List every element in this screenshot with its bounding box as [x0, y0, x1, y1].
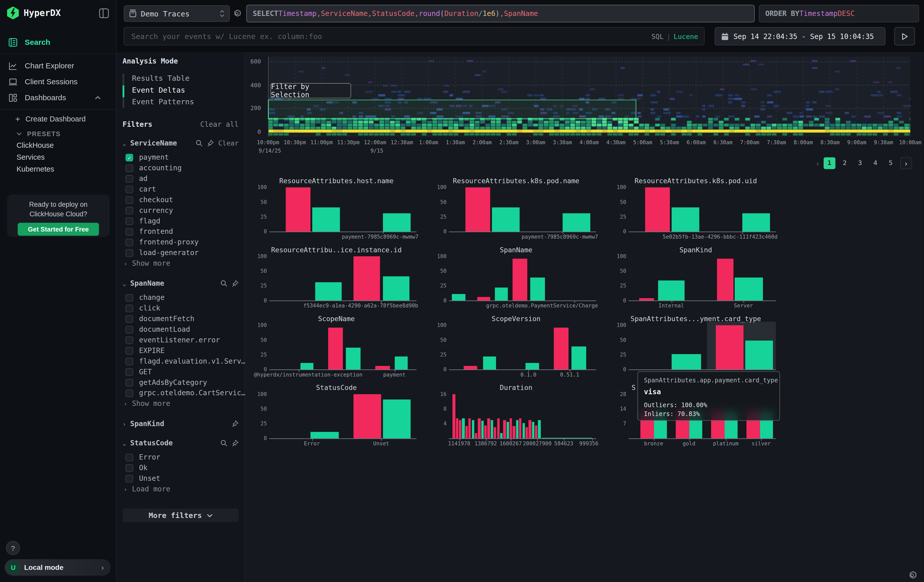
bar[interactable] [456, 419, 458, 439]
bar[interactable] [315, 282, 342, 300]
bar[interactable] [503, 420, 506, 438]
sidebar-item-client-sessions[interactable]: Client Sessions [0, 74, 116, 89]
checkbox-checked[interactable]: ✓ [125, 153, 133, 161]
bar[interactable] [353, 256, 380, 301]
bar[interactable] [383, 276, 409, 300]
user-menu[interactable]: U Local mode › [5, 559, 111, 576]
checkbox[interactable] [125, 357, 133, 365]
bar[interactable] [526, 427, 528, 439]
bar[interactable] [554, 327, 568, 369]
checkbox[interactable] [125, 228, 133, 235]
search-icon[interactable] [196, 140, 203, 147]
pagination-next[interactable]: › [900, 157, 912, 169]
sidebar-item-chart-explorer[interactable]: Chart Explorer [0, 58, 116, 74]
analysis-option-event-patterns[interactable]: Event Patterns [122, 96, 239, 108]
sidebar-item-search[interactable]: Search [0, 34, 116, 50]
bar[interactable] [563, 213, 591, 232]
search-icon[interactable] [220, 440, 228, 447]
bar[interactable] [495, 287, 508, 300]
bar[interactable] [478, 419, 480, 439]
checkbox[interactable] [125, 206, 133, 214]
bar[interactable] [512, 259, 527, 301]
bar[interactable] [658, 280, 685, 301]
filter-option[interactable]: getAdsByCategory [125, 377, 239, 387]
pagination-page-5[interactable]: 5 [885, 157, 897, 169]
clear-all-button[interactable]: Clear all [200, 120, 239, 129]
pin-icon[interactable] [231, 440, 239, 447]
language-toggle[interactable]: SQL|Lucene [652, 32, 698, 41]
search-icon[interactable] [220, 280, 228, 287]
filter-option[interactable]: checkout [125, 195, 239, 205]
filter-option[interactable]: Error [125, 452, 239, 463]
checkbox[interactable] [125, 347, 133, 354]
bar[interactable] [639, 298, 653, 301]
bar[interactable] [494, 427, 497, 439]
filter-option[interactable]: frontend-proxy [125, 237, 239, 247]
show-more-button[interactable]: ›Show more [124, 258, 239, 269]
filter-option[interactable]: change [125, 292, 239, 303]
pin-icon[interactable] [231, 420, 239, 427]
analysis-option-event-deltas[interactable]: Event Deltas [122, 84, 239, 96]
filter-option[interactable]: documentFetch [125, 313, 239, 324]
filter-option[interactable]: ✓payment [125, 152, 239, 163]
bar[interactable] [532, 422, 535, 438]
bar[interactable] [671, 207, 699, 232]
bar[interactable] [462, 419, 465, 439]
sidebar-item-dashboards[interactable]: Dashboards [0, 89, 116, 106]
clear-group-button[interactable]: Clear [218, 139, 239, 148]
filter-option[interactable]: frontend [125, 226, 239, 237]
sql-select-input[interactable]: SELECT Timestamp, ServiceName, StatusCod… [246, 5, 754, 23]
bar[interactable] [383, 213, 411, 232]
bar[interactable] [328, 327, 343, 369]
pagination-page-2[interactable]: 2 [839, 157, 851, 169]
sidebar-preset-clickhouse[interactable]: ClickHouse [0, 140, 116, 152]
sidebar-preset-kubernetes[interactable]: Kubernetes [0, 163, 116, 175]
filter-by-selection-button[interactable]: Filter by Selection [271, 83, 351, 99]
bar[interactable] [481, 421, 484, 439]
bar[interactable] [510, 419, 512, 439]
checkbox[interactable] [125, 185, 133, 193]
filter-option[interactable]: load-generator [125, 247, 239, 258]
checkbox[interactable] [125, 475, 133, 482]
bar[interactable] [491, 420, 493, 438]
bar[interactable] [312, 207, 340, 232]
bar[interactable] [507, 422, 509, 438]
more-filters-button[interactable]: More filters [122, 508, 239, 522]
bar[interactable] [497, 419, 500, 439]
filter-group-header-spankind[interactable]: ›SpanKind [122, 419, 239, 429]
bar[interactable] [483, 356, 496, 369]
bar[interactable] [465, 187, 490, 232]
heatmap-canvas[interactable] [268, 57, 910, 137]
run-query-button[interactable] [894, 27, 915, 45]
filter-option[interactable]: currency [125, 205, 239, 216]
bar[interactable] [492, 207, 520, 232]
source-settings-gear-icon[interactable] [232, 9, 241, 18]
filter-option[interactable]: flagd [125, 216, 239, 226]
bar[interactable] [285, 187, 310, 232]
bar[interactable] [742, 213, 770, 232]
settings-gear-icon[interactable] [907, 570, 917, 580]
bar[interactable] [472, 420, 474, 438]
sidebar-preset-services[interactable]: Services [0, 151, 116, 163]
bar[interactable] [353, 394, 381, 439]
filter-option[interactable]: accounting [125, 163, 239, 173]
create-dashboard-button[interactable]: + Create Dashboard [0, 113, 116, 125]
pin-icon[interactable] [207, 140, 214, 147]
lucene-toggle[interactable]: Lucene [674, 32, 698, 41]
bar[interactable] [717, 259, 733, 301]
bar[interactable] [346, 348, 361, 369]
bar[interactable] [375, 366, 390, 369]
pin-icon[interactable] [231, 280, 239, 287]
pagination-page-1[interactable]: 1 [823, 157, 835, 169]
source-select[interactable]: Demo Traces [124, 5, 230, 22]
bar[interactable] [475, 433, 477, 438]
filter-option[interactable]: GET [125, 366, 239, 377]
time-range-picker[interactable]: Sep 14 22:04:35 - Sep 15 10:04:35 [714, 27, 885, 45]
help-button[interactable]: ? [6, 541, 20, 555]
bar[interactable] [535, 425, 537, 438]
bar[interactable] [522, 423, 525, 438]
checkbox[interactable] [125, 379, 133, 386]
sql-toggle[interactable]: SQL [652, 32, 664, 41]
heatmap-selection-box[interactable] [268, 100, 636, 119]
show-more-button[interactable]: ›Show more [124, 398, 239, 409]
